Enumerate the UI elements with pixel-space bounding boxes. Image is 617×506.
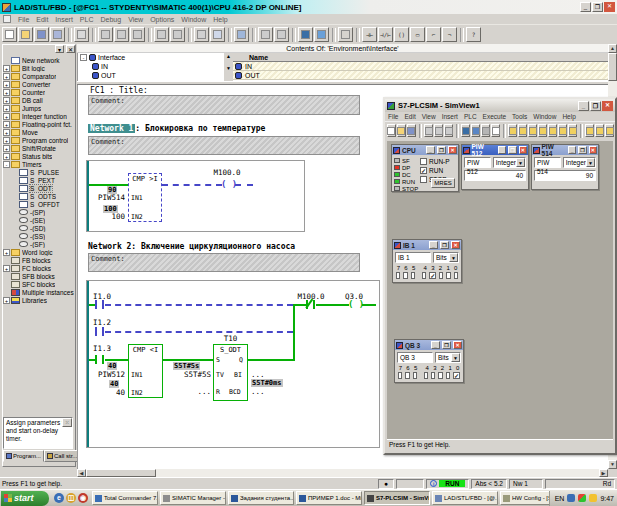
tree-item[interactable]: S_OFFDT: [3, 200, 75, 208]
decl-row-in[interactable]: IN: [233, 62, 608, 71]
operand[interactable]: PIW512: [91, 371, 125, 379]
pane-dropdown-icon[interactable]: ▾: [55, 45, 64, 53]
tray-network-icon[interactable]: [567, 494, 575, 502]
minimize-button[interactable]: _: [431, 341, 440, 349]
empty-box-icon[interactable]: ▭: [410, 27, 425, 42]
help-icon[interactable]: [491, 124, 500, 137]
tree-item[interactable]: + Libraries: [3, 296, 75, 304]
task-button[interactable]: Задания студента...: [228, 491, 294, 505]
tree-item[interactable]: + Word logic: [3, 248, 75, 256]
contact-no[interactable]: [95, 304, 105, 306]
tray-status-icon[interactable]: [578, 494, 586, 502]
media-icon[interactable]: ◉: [78, 493, 88, 503]
tree-expander-icon[interactable]: +: [3, 73, 10, 80]
operand[interactable]: ...: [251, 371, 265, 379]
new-icon[interactable]: [387, 124, 396, 137]
minimize-button[interactable]: _: [429, 241, 438, 249]
menu-item[interactable]: PLC: [464, 113, 477, 120]
tree-expander-icon[interactable]: +: [3, 113, 10, 120]
save-icon[interactable]: [407, 124, 416, 137]
close-button[interactable]: ✕: [448, 146, 457, 154]
prev-network-icon[interactable]: [258, 27, 273, 42]
copy-icon[interactable]: [114, 27, 129, 42]
tree-item[interactable]: + Jumps: [3, 104, 75, 112]
tree-item[interactable]: New network: [3, 56, 75, 64]
tree-item[interactable]: + Counter: [3, 88, 75, 96]
download-icon[interactable]: [210, 27, 225, 42]
network2-header[interactable]: Network 2: Включение циркуляционного нас…: [88, 242, 295, 251]
interface-root[interactable]: - Interface: [78, 53, 231, 62]
menu-item[interactable]: Tools: [512, 113, 527, 120]
menu-item[interactable]: File: [18, 16, 29, 23]
decl-row-out[interactable]: OUT: [233, 71, 608, 80]
tree-item[interactable]: Multiple instances: [3, 288, 75, 296]
language-indicator[interactable]: EN: [555, 495, 565, 502]
qb3-titlebar[interactable]: QB 3 _ ❐ ✕: [395, 340, 463, 350]
layer-icon[interactable]: [461, 124, 470, 137]
menu-item[interactable]: View: [128, 16, 143, 23]
description-pin-icon[interactable]: ⁙: [62, 418, 72, 427]
tree-expander-icon[interactable]: -: [3, 161, 10, 168]
tree-item[interactable]: SFB blocks: [3, 272, 75, 280]
interface-scrollbar[interactable]: ▲▼: [224, 53, 233, 81]
task-button[interactable]: ПРИМЕР 1.doc - Mic...: [296, 491, 362, 505]
contact-no[interactable]: [95, 359, 105, 361]
tree-expander-icon[interactable]: +: [3, 265, 10, 272]
maximize-button[interactable]: ❐: [508, 146, 516, 154]
tree-item[interactable]: + Status bits: [3, 152, 75, 160]
print-icon[interactable]: [74, 27, 89, 42]
tree-item[interactable]: -(SD): [3, 224, 75, 232]
editor-splitter[interactable]: [77, 81, 608, 85]
save-icon[interactable]: [34, 27, 49, 42]
tree-item[interactable]: -(SF): [3, 240, 75, 248]
tree-expander-icon[interactable]: +: [3, 65, 10, 72]
editor-hscrollbar[interactable]: ◀ ▶: [77, 469, 608, 477]
insert-stacks-icon[interactable]: [585, 124, 594, 137]
tab-call-structure[interactable]: Call str...: [44, 450, 80, 462]
minimize-button[interactable]: _: [578, 101, 589, 111]
piw514-titlebar[interactable]: PIW 514 _ ❐ ✕: [532, 145, 598, 155]
timer-name[interactable]: T10: [213, 335, 248, 343]
insert-slider-icon[interactable]: [595, 124, 604, 137]
address-field[interactable]: PIW 514: [534, 157, 561, 168]
address-field[interactable]: PIW 512: [464, 157, 491, 168]
tree-item[interactable]: + Shift/Rotate: [3, 144, 75, 152]
menu-item[interactable]: Window: [181, 16, 206, 23]
cpu-titlebar[interactable]: CPU _ ❐ ✕: [392, 145, 458, 155]
tree-expander-icon[interactable]: +: [3, 121, 10, 128]
task-button[interactable]: LAD/STL/FBD - [@...: [432, 491, 498, 505]
bit-checkbox[interactable]: [422, 272, 426, 279]
operand[interactable]: S5T#5S: [173, 371, 211, 379]
task-button[interactable]: Total Commander 7...: [92, 491, 158, 505]
cut-icon[interactable]: [424, 124, 433, 137]
bit-checkbox[interactable]: [396, 272, 400, 279]
undo-icon[interactable]: [154, 27, 169, 42]
address-field[interactable]: IB 1: [395, 252, 431, 263]
bit-checkbox[interactable]: [439, 272, 443, 279]
bit-checkbox[interactable]: [438, 372, 442, 379]
tree-item[interactable]: S_ODTS: [3, 192, 75, 200]
tree-expander-icon[interactable]: +: [3, 153, 10, 160]
network2-ladder[interactable]: I1.0 M100.0 Q3.0 ( ) I1.2 I1.3 CMP <I 40…: [86, 280, 380, 448]
maximize-button[interactable]: ❐: [442, 341, 451, 349]
main-titlebar[interactable]: LAD/STL/FBD - [@FC1 -- STYDENTY\SIMATIC …: [0, 0, 617, 14]
menu-item[interactable]: Edit: [36, 16, 48, 23]
close-button[interactable]: ✕: [519, 146, 527, 154]
bit-checkbox[interactable]: [424, 372, 428, 379]
operand[interactable]: 40: [91, 389, 125, 397]
tree-item[interactable]: S_PEXT: [3, 176, 75, 184]
tree-expander-icon[interactable]: +: [3, 97, 10, 104]
tree-item[interactable]: -(SE): [3, 216, 75, 224]
format-select[interactable]: Bits▼: [433, 252, 459, 263]
insert-vert-icon[interactable]: [568, 124, 577, 137]
maximize-button[interactable]: ❐: [440, 241, 449, 249]
tree-item[interactable]: S_ODT: [3, 184, 75, 192]
piw514-window[interactable]: PIW 514 _ ❐ ✕ PIW 514 Integer▼ 90: [531, 144, 599, 190]
operand[interactable]: ...: [251, 388, 265, 396]
expander-icon[interactable]: -: [80, 54, 87, 61]
insert-mb-icon[interactable]: [528, 124, 537, 137]
check-icon[interactable]: [194, 27, 209, 42]
monitor-glasses-icon[interactable]: [234, 27, 249, 42]
paste-icon[interactable]: [444, 124, 453, 137]
piw512-window[interactable]: PIW 512 _ ❐ ✕ PIW 512 Integer▼ 40: [461, 144, 529, 190]
